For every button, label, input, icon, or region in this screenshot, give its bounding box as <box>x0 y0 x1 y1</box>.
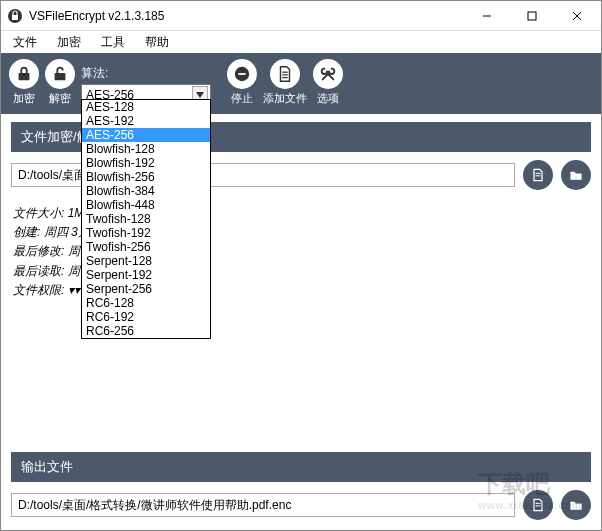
algorithm-option[interactable]: Blowfish-384 <box>82 184 210 198</box>
menu-bar: 文件 加密 工具 帮助 <box>1 31 601 53</box>
document-icon <box>530 167 546 183</box>
title-bar: VSFileEncrypt v2.1.3.185 <box>1 1 601 31</box>
file-perm-value: ▾▾ <box>68 283 80 297</box>
options-button[interactable] <box>313 59 343 89</box>
svg-rect-1 <box>12 15 18 20</box>
menu-help[interactable]: 帮助 <box>137 32 177 53</box>
algorithm-option[interactable]: Twofish-256 <box>82 240 210 254</box>
input-browse-button[interactable] <box>561 160 591 190</box>
app-window: VSFileEncrypt v2.1.3.185 文件 加密 工具 帮助 加密 … <box>0 0 602 531</box>
algorithm-option[interactable]: Serpent-128 <box>82 254 210 268</box>
file-size-label: 文件大小: <box>13 206 64 220</box>
svg-rect-3 <box>528 12 536 20</box>
output-copy-button[interactable] <box>523 490 553 520</box>
algorithm-option[interactable]: AES-128 <box>82 100 210 114</box>
input-copy-button[interactable] <box>523 160 553 190</box>
folder-icon <box>568 167 584 183</box>
algorithm-group: 算法: AES-256 AES-128AES-192AES-256Blowfis… <box>81 65 211 106</box>
menu-tools[interactable]: 工具 <box>93 32 133 53</box>
svg-rect-7 <box>55 73 66 80</box>
minimize-button[interactable] <box>464 1 509 31</box>
algorithm-option[interactable]: Serpent-192 <box>82 268 210 282</box>
document-icon <box>530 497 546 513</box>
lock-closed-icon <box>15 65 33 83</box>
window-title: VSFileEncrypt v2.1.3.185 <box>29 9 464 23</box>
file-perm-label: 文件权限: <box>13 283 64 297</box>
menu-file[interactable]: 文件 <box>5 32 45 53</box>
encrypt-button[interactable] <box>9 59 39 89</box>
file-accessed-label: 最后读取: <box>13 264 64 278</box>
add-file-button[interactable] <box>270 59 300 89</box>
algorithm-caption: 算法: <box>81 65 211 82</box>
decrypt-label: 解密 <box>49 91 71 106</box>
encrypt-label: 加密 <box>13 91 35 106</box>
algorithm-option[interactable]: RC6-192 <box>82 310 210 324</box>
stop-label: 停止 <box>231 91 253 106</box>
output-path-row: D:/tools/桌面/格式转换/微讲师软件使用帮助.pdf.enc <box>11 490 591 520</box>
decrypt-button[interactable] <box>45 59 75 89</box>
options-label: 选项 <box>317 91 339 106</box>
algorithm-option[interactable]: AES-256 <box>82 128 210 142</box>
file-created-label: 创建: <box>13 225 40 239</box>
stop-button[interactable] <box>227 59 257 89</box>
output-section-header: 输出文件 <box>11 452 591 482</box>
algorithm-option[interactable]: Blowfish-448 <box>82 198 210 212</box>
output-path-field[interactable]: D:/tools/桌面/格式转换/微讲师软件使用帮助.pdf.enc <box>11 493 515 517</box>
algorithm-option[interactable]: AES-192 <box>82 114 210 128</box>
algorithm-option[interactable]: Blowfish-256 <box>82 170 210 184</box>
output-browse-button[interactable] <box>561 490 591 520</box>
file-modified-label: 最后修改: <box>13 244 64 258</box>
algorithm-option[interactable]: RC6-256 <box>82 324 210 338</box>
close-button[interactable] <box>554 1 599 31</box>
algorithm-option[interactable]: RC6-128 <box>82 296 210 310</box>
folder-icon <box>568 497 584 513</box>
algorithm-option[interactable]: Blowfish-128 <box>82 142 210 156</box>
document-icon <box>276 65 294 83</box>
algorithm-option[interactable]: Serpent-256 <box>82 282 210 296</box>
svg-rect-6 <box>19 73 30 80</box>
svg-rect-9 <box>238 73 245 75</box>
lock-open-icon <box>51 65 69 83</box>
stop-icon <box>233 65 251 83</box>
algorithm-option[interactable]: Blowfish-192 <box>82 156 210 170</box>
add-file-label: 添加文件 <box>263 91 307 106</box>
maximize-button[interactable] <box>509 1 554 31</box>
algorithm-option[interactable]: Twofish-128 <box>82 212 210 226</box>
toolbar: 加密 解密 算法: AES-256 AES-128AES-192AES-256B… <box>1 53 601 114</box>
algorithm-option[interactable]: Twofish-192 <box>82 226 210 240</box>
menu-encrypt[interactable]: 加密 <box>49 32 89 53</box>
tools-icon <box>319 65 337 83</box>
app-lock-icon <box>7 8 23 24</box>
algorithm-dropdown[interactable]: AES-128AES-192AES-256Blowfish-128Blowfis… <box>81 99 211 339</box>
